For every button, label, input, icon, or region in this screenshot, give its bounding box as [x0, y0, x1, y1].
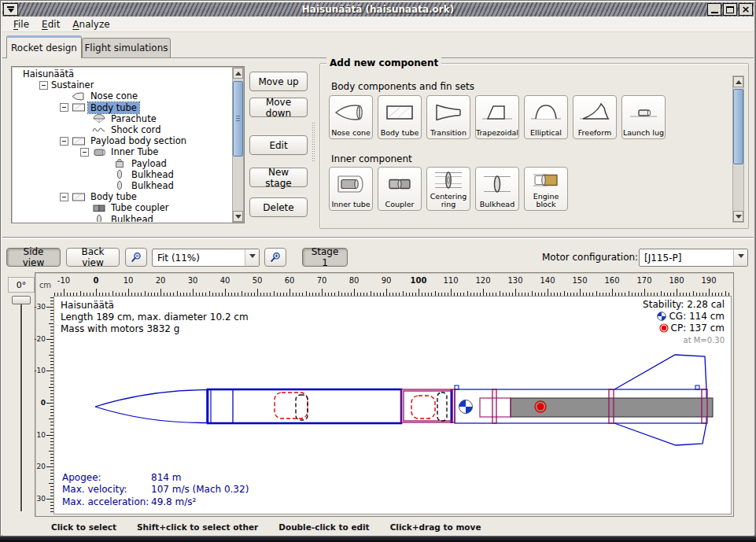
component-button-label: Nose cone	[331, 129, 371, 137]
menu-file[interactable]: File	[7, 18, 35, 31]
add-coupler-button[interactable]: Coupler	[378, 167, 422, 211]
tree-item-bulkhead[interactable]: Bulkhead	[13, 169, 231, 180]
launch-lug-icon	[626, 96, 661, 129]
payload-shock-cord-outline[interactable]	[437, 393, 447, 421]
tree-expander[interactable]	[60, 193, 68, 201]
motor-configuration-select[interactable]: [J115-P]	[639, 249, 748, 267]
dropdown-button[interactable]	[733, 249, 747, 266]
add-launch-lug-button[interactable]: Launch lug	[621, 95, 666, 139]
zoom-in-button[interactable]	[264, 248, 286, 267]
stage-1-toggle[interactable]: Stage 1	[302, 248, 348, 267]
tree-expander[interactable]	[39, 81, 48, 90]
menu-analyze[interactable]: Analyze	[66, 18, 116, 31]
scroll-down-button[interactable]	[733, 211, 743, 222]
add-elliptical-button[interactable]: Elliptical	[524, 95, 568, 139]
window-title: Haisunäätä (haisunaata.ork)	[2, 2, 754, 17]
component-button-label: Coupler	[385, 201, 415, 208]
bulkhead-icon	[90, 214, 109, 222]
minimize-icon	[711, 6, 718, 13]
bulkhead-icon	[480, 168, 514, 201]
scroll-down-button[interactable]	[233, 211, 243, 222]
maximize-button[interactable]	[723, 3, 737, 16]
minimize-button[interactable]	[707, 3, 721, 16]
add-freeform-button[interactable]: Freeform	[573, 95, 617, 139]
add-engine-block-button[interactable]: Engine block	[524, 167, 568, 211]
shock-cord-icon	[90, 125, 109, 135]
tree-item-parachute[interactable]: Parachute	[13, 113, 231, 124]
tree-item-nose-cone[interactable]: Nose cone	[13, 90, 231, 101]
tree-item-shock-cord[interactable]: Shock cord	[13, 124, 231, 135]
zoom-out-button[interactable]	[125, 248, 147, 267]
hint-text: Click+drag to move	[390, 522, 481, 532]
vertical-ruler: -30-20-100102030	[37, 296, 53, 514]
tab-rocket-design[interactable]: Rocket design	[6, 35, 82, 58]
component-button-label: Trapezoidal	[476, 129, 518, 137]
add-nose-cone-button[interactable]: Nose cone	[329, 95, 373, 139]
tree-item-sustainer[interactable]: Sustainer	[13, 79, 231, 90]
tree-item-body-tube[interactable]: Body tube	[13, 191, 231, 202]
scrollbar-thumb[interactable]	[733, 89, 743, 164]
tree-expander[interactable]	[60, 137, 68, 146]
rotation-slider-handle[interactable]	[12, 296, 31, 304]
tab-flight-simulations[interactable]: Flight simulations	[82, 38, 171, 58]
add-transition-button[interactable]: Transition	[426, 95, 470, 139]
close-icon: ×	[742, 6, 750, 13]
tree-expander[interactable]	[80, 148, 89, 157]
cg-marker	[459, 400, 473, 414]
tree-item-tube-coupler[interactable]: Tube coupler	[13, 202, 231, 213]
nose-cone-icon	[334, 96, 368, 129]
nose-cone-icon	[69, 91, 88, 101]
tree-item-bulkhead[interactable]: Bulkhead	[13, 213, 231, 222]
move-up-button[interactable]: Move up	[249, 72, 308, 91]
scrollbar-thumb[interactable]	[233, 81, 243, 157]
menu-edit[interactable]: Edit	[35, 18, 66, 31]
add-centering-ring-button[interactable]: Centering ring	[426, 167, 470, 211]
body-tube-icon	[69, 136, 88, 146]
rocket-canvas[interactable]: Haisunäätä Length 189 cm, max. diameter …	[53, 296, 732, 514]
dropdown-button[interactable]	[245, 249, 259, 266]
launch-lug-marks[interactable]	[455, 385, 699, 389]
flight-stats: Apogee:814 mMax. velocity:107 m/s (Mach …	[62, 472, 249, 509]
title-bar[interactable]: Haisunäätä (haisunaata.ork) ×	[2, 2, 754, 17]
stability-value: Stability: 2.28 cal	[643, 299, 725, 311]
delete-button[interactable]: Delete	[249, 197, 308, 217]
nose-cone-shape[interactable]	[95, 389, 207, 423]
tree-item-haisunäätä[interactable]: Haisunäätä	[13, 68, 231, 79]
body-tube-shape[interactable]	[208, 389, 401, 423]
add-inner-tube-button[interactable]: Inner tube	[329, 167, 373, 211]
menu-bar: FileEditAnalyze	[2, 17, 754, 32]
zoom-select[interactable]: Fit (11%)	[152, 249, 260, 267]
scroll-up-button[interactable]	[233, 68, 243, 79]
rotation-slider-track[interactable]	[20, 304, 22, 511]
add-body-tube-button[interactable]: Body tube	[378, 95, 422, 139]
move-down-button[interactable]: Move down	[249, 98, 308, 117]
tree-item-body-tube[interactable]: Body tube	[13, 102, 231, 113]
tree-scrollbar[interactable]	[232, 67, 244, 223]
edit-button[interactable]: Edit	[249, 135, 308, 155]
payload-parachute-outline[interactable]	[411, 396, 435, 418]
component-button-label: Elliptical	[530, 129, 562, 137]
new-stage-button[interactable]: New stage	[249, 168, 308, 187]
rocket-mass: Mass with motors 3832 g	[61, 323, 249, 335]
panel-splitter[interactable]	[2, 237, 754, 239]
tree-item-payload-body-section[interactable]: Payload body section	[13, 135, 231, 146]
close-button[interactable]: ×	[739, 3, 753, 16]
add-bulkhead-button[interactable]: Bulkhead	[475, 167, 519, 211]
tree-item-bulkhead[interactable]: Bulkhead	[13, 180, 231, 191]
tree-item-label: Shock cord	[109, 124, 163, 135]
body-tube-icon	[69, 192, 88, 202]
tree-expander[interactable]	[60, 103, 68, 112]
ruler-unit-label: cm	[37, 275, 53, 296]
rocket-dimensions: Length 189 cm, max. diameter 10.2 cm	[61, 312, 249, 323]
add-trapezoidal-button[interactable]: Trapezoidal	[475, 95, 519, 139]
tree-item-payload[interactable]: Payload	[13, 158, 231, 169]
side-view-button[interactable]: Side view	[6, 248, 61, 267]
motor-configuration-value: [J115-P]	[640, 253, 733, 264]
zoom-value: Fit (11%)	[153, 253, 245, 264]
parachute-outline[interactable]	[275, 393, 308, 418]
scroll-up-button[interactable]	[733, 76, 743, 87]
back-view-button[interactable]: Back view	[66, 248, 120, 267]
window-menu-button[interactable]	[3, 3, 18, 16]
tree-item-inner-tube[interactable]: Inner Tube	[13, 146, 231, 157]
component-panel-scrollbar[interactable]	[732, 76, 744, 223]
